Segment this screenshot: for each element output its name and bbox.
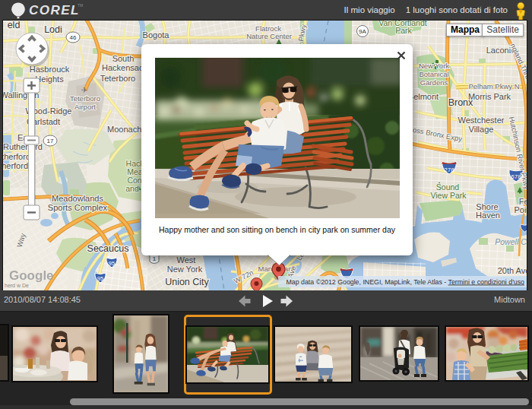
svg-text:Union City: Union City: [165, 277, 209, 287]
svg-text:Haven: Haven: [476, 211, 500, 220]
svg-text:West: West: [177, 255, 196, 265]
svg-text:herd w De: herd w De: [5, 283, 29, 288]
svg-text:Gardens: Gardens: [420, 78, 448, 87]
svg-text:Meadowlands: Meadowlands: [52, 194, 103, 203]
svg-text:1: 1: [153, 255, 157, 262]
svg-text:Teterboro: Teterboro: [100, 74, 135, 83]
svg-text:TM: TM: [78, 3, 83, 8]
svg-text:COREL: COREL: [29, 3, 80, 17]
svg-text:Lodi: Lodi: [44, 24, 62, 35]
svg-text:Sports Complex: Sports Complex: [48, 203, 108, 212]
svg-text:utherford: utherford: [3, 152, 30, 161]
svg-text:Powell C: Powell C: [495, 237, 527, 246]
svg-text:95: 95: [109, 260, 115, 267]
svg-text:Map data ©2012 Google, INEGI,: Map data ©2012 Google, INEGI, MapLink, T…: [287, 278, 525, 286]
svg-text:Google: Google: [9, 268, 54, 283]
svg-text:✈: ✈: [81, 86, 87, 94]
svg-text:Village: Village: [469, 125, 494, 134]
svg-text:Point: Point: [514, 205, 527, 214]
svg-text:Westchester: Westchester: [458, 116, 505, 125]
svg-text:Botanical: Botanical: [419, 70, 448, 78]
svg-text:278: 278: [444, 166, 454, 173]
svg-text:View Park: View Park: [430, 191, 467, 200]
svg-text:eld: eld: [8, 21, 21, 30]
svg-text:Nature Center: Nature Center: [246, 32, 292, 40]
svg-text:Secaucus: Secaucus: [87, 243, 129, 254]
svg-text:20th Ave: 20th Ave: [498, 266, 527, 275]
svg-text:utherford: utherford: [3, 161, 28, 170]
svg-text:South: South: [112, 54, 135, 63]
svg-text:New York: New York: [167, 265, 203, 274]
svg-text:9A: 9A: [359, 28, 366, 35]
svg-text:New York: New York: [419, 62, 449, 70]
svg-text:46: 46: [70, 34, 77, 41]
svg-text:Park: Park: [395, 26, 412, 35]
svg-text:Bogota: Bogota: [143, 30, 170, 40]
svg-text:Pelham Pkwy N: Pelham Pkwy N: [468, 82, 519, 90]
svg-text:Morris Park: Morris Park: [468, 92, 511, 101]
svg-text:Teterboro: Teterboro: [70, 94, 100, 103]
svg-text:Airport: Airport: [74, 103, 96, 111]
svg-text:95: 95: [97, 275, 103, 282]
svg-text:17: 17: [47, 138, 54, 144]
